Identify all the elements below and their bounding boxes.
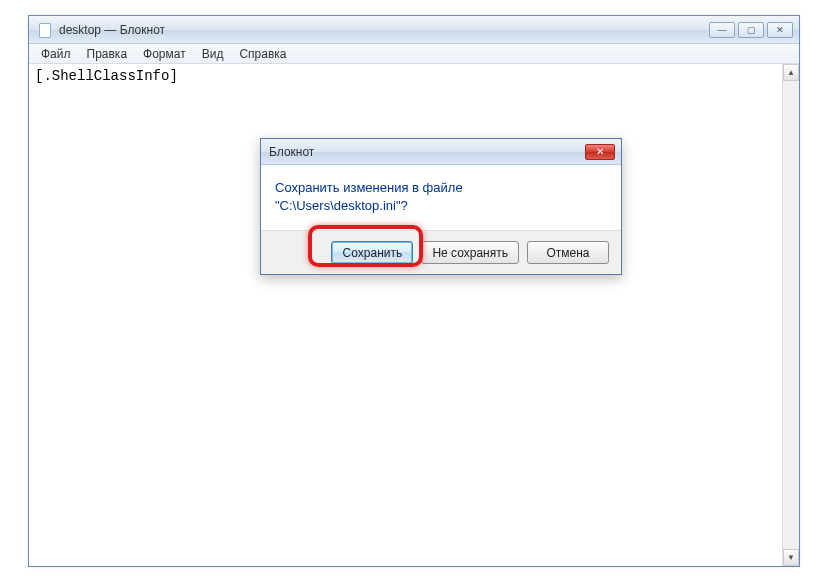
menu-view[interactable]: Вид	[194, 45, 232, 63]
dialog-message-line1: Сохранить изменения в файле	[275, 179, 607, 197]
cancel-button[interactable]: Отмена	[527, 241, 609, 264]
scroll-up-button[interactable]: ▲	[783, 64, 799, 81]
window-title: desktop — Блокнот	[57, 23, 709, 37]
scroll-down-button[interactable]: ▼	[783, 549, 799, 566]
dialog-close-button[interactable]: ✕	[585, 144, 615, 160]
vertical-scrollbar[interactable]: ▲ ▼	[782, 64, 799, 566]
titlebar[interactable]: desktop — Блокнот — ▢ ✕	[29, 16, 799, 44]
dialog-titlebar[interactable]: Блокнот ✕	[261, 139, 621, 165]
maximize-button[interactable]: ▢	[738, 22, 764, 38]
close-button[interactable]: ✕	[767, 22, 793, 38]
menu-format[interactable]: Формат	[135, 45, 194, 63]
minimize-button[interactable]: —	[709, 22, 735, 38]
menu-edit[interactable]: Правка	[79, 45, 136, 63]
window-controls: — ▢ ✕	[709, 22, 793, 38]
dialog-message-line2: "C:\Users\desktop.ini"?	[275, 197, 607, 215]
dialog-title: Блокнот	[269, 145, 585, 159]
save-button[interactable]: Сохранить	[331, 241, 413, 264]
save-dialog: Блокнот ✕ Сохранить изменения в файле "C…	[260, 138, 622, 275]
menubar: Файл Правка Формат Вид Справка	[29, 44, 799, 64]
menu-help[interactable]: Справка	[231, 45, 294, 63]
dont-save-button[interactable]: Не сохранять	[421, 241, 519, 264]
notepad-icon	[37, 22, 53, 38]
menu-file[interactable]: Файл	[33, 45, 79, 63]
dialog-message: Сохранить изменения в файле "C:\Users\de…	[261, 165, 621, 230]
dialog-button-row: Сохранить Не сохранять Отмена	[261, 230, 621, 274]
notepad-window: desktop — Блокнот — ▢ ✕ Файл Правка Форм…	[28, 15, 800, 567]
